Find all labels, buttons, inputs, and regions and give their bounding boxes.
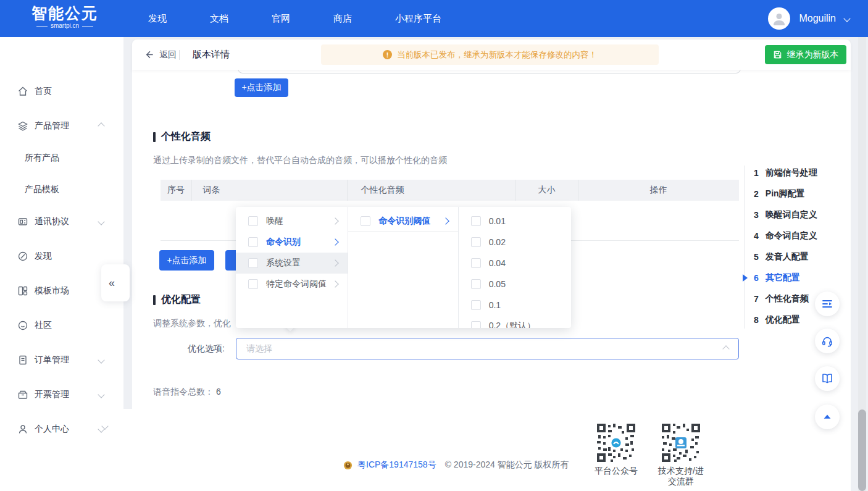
dropdown-item-command-recognition-threshold[interactable]: 命令识别阈值 bbox=[348, 211, 457, 232]
checkbox[interactable] bbox=[248, 258, 258, 268]
catalog-float-button[interactable] bbox=[815, 292, 840, 316]
sidebar-item-community[interactable]: 社区 bbox=[0, 317, 123, 334]
checkbox[interactable] bbox=[248, 237, 258, 247]
sidebar-item-product-templates[interactable]: 产品模板 bbox=[0, 181, 123, 198]
anchor-label: 唤醒词自定义 bbox=[766, 209, 817, 220]
nav-item-docs[interactable]: 文档 bbox=[210, 13, 228, 25]
qr-code-support bbox=[661, 422, 701, 463]
sidebar-item-orders[interactable]: 订单管理 bbox=[0, 351, 123, 369]
dropdown-option-02-default[interactable]: 0.2（默认） bbox=[459, 316, 571, 328]
dropdown-option-005[interactable]: 0.05 bbox=[459, 274, 571, 295]
checkbox[interactable] bbox=[248, 216, 258, 226]
qr-code-platform bbox=[596, 422, 636, 463]
anchor-item-command-custom[interactable]: 4命令词自定义 bbox=[754, 230, 817, 242]
chevron-right-icon bbox=[332, 259, 339, 266]
dropdown-item-wake[interactable]: 唤醒 bbox=[236, 211, 348, 232]
anchor-item-optimize-config[interactable]: 8优化配置 bbox=[754, 314, 800, 326]
dropdown-item-label: 特定命令词阈值 bbox=[266, 279, 327, 290]
scrollbar-thumb[interactable] bbox=[858, 409, 866, 491]
warning-banner: 当前版本已发布，继承为新版本才能保存修改的内容！ bbox=[321, 44, 659, 65]
inherit-new-version-button[interactable]: 继承为新版本 bbox=[765, 45, 846, 64]
anchor-item-pin-config[interactable]: 2Pin脚配置 bbox=[754, 188, 805, 200]
anchor-item-personal-audio[interactable]: 7个性化音频 bbox=[754, 293, 809, 305]
catalog-icon bbox=[821, 298, 833, 310]
sidebar-collapse-button[interactable]: « bbox=[101, 264, 130, 301]
checkbox[interactable] bbox=[471, 300, 481, 310]
person-icon bbox=[771, 10, 787, 27]
add-button-audio[interactable]: +点击添加 bbox=[159, 250, 214, 271]
anchor-num: 7 bbox=[754, 294, 759, 304]
dropdown-option-label: 0.04 bbox=[489, 258, 506, 268]
icp-link[interactable]: 粤ICP备19147158号 bbox=[357, 460, 436, 471]
user-icon bbox=[17, 424, 28, 435]
collapse-icon: « bbox=[109, 277, 115, 290]
dropdown-option-004[interactable]: 0.04 bbox=[459, 253, 571, 274]
arrow-left-icon bbox=[144, 49, 154, 60]
back-label: 返回 bbox=[159, 49, 177, 61]
chevron-down-icon bbox=[98, 218, 104, 225]
logo-title: 智能公元 bbox=[25, 4, 105, 22]
nav-item-discover[interactable]: 发现 bbox=[148, 13, 167, 25]
icp-row: 粤ICP备19147158号 © 2019-2024 智能公元 版权所有 bbox=[343, 460, 569, 471]
checkbox[interactable] bbox=[361, 216, 370, 226]
anchor-num: 3 bbox=[754, 210, 759, 220]
sidebar-item-discover[interactable]: 发现 bbox=[0, 248, 123, 265]
inherit-button-label: 继承为新版本 bbox=[787, 49, 839, 61]
checkbox[interactable] bbox=[471, 258, 481, 268]
column-header-index: 序号 bbox=[161, 180, 191, 201]
optimize-select[interactable]: 请选择 bbox=[236, 338, 739, 359]
dropdown-level1: 唤醒 命令识别 系统设置 特定命令词阈值 bbox=[236, 207, 348, 328]
sidebar-item-invoicing[interactable]: 开票管理 bbox=[0, 386, 123, 403]
back-button[interactable]: 返回 bbox=[144, 40, 177, 70]
chevron-right-icon bbox=[332, 217, 339, 224]
nav-item-miniprogram[interactable]: 小程序平台 bbox=[395, 13, 441, 25]
chevron-up-icon bbox=[722, 345, 729, 352]
dropdown-item-command-recognition[interactable]: 命令识别 bbox=[236, 232, 348, 253]
dropdown-item-label: 唤醒 bbox=[266, 216, 283, 227]
nav-item-official-site[interactable]: 官网 bbox=[272, 13, 290, 25]
cascader-dropdown: 唤醒 命令识别 系统设置 特定命令词阈值 命令识别阈值 0.01 bbox=[236, 207, 571, 328]
sidebar-item-home[interactable]: 首页 bbox=[0, 83, 123, 100]
chevron-right-icon bbox=[332, 280, 339, 287]
box-icon bbox=[17, 389, 28, 400]
template-market-icon bbox=[17, 285, 28, 296]
add-button-top[interactable]: +点击添加 bbox=[235, 78, 288, 97]
sidebar-item-label: 开票管理 bbox=[35, 389, 69, 400]
support-float-button[interactable] bbox=[815, 329, 840, 353]
checkbox[interactable] bbox=[471, 279, 481, 289]
sidebar-item-label: 模板市场 bbox=[35, 285, 69, 296]
dropdown-option-label: 0.1 bbox=[489, 300, 501, 310]
logo[interactable]: 智能公元 smartpi.cn bbox=[25, 4, 105, 30]
back-to-top-button[interactable] bbox=[815, 405, 840, 429]
sidebar-item-protocol[interactable]: 通讯协议 bbox=[0, 213, 123, 230]
sidebar-item-label: 社区 bbox=[35, 320, 52, 331]
dropdown-option-001[interactable]: 0.01 bbox=[459, 211, 571, 232]
anchor-item-speaker-config[interactable]: 5发音人配置 bbox=[754, 251, 809, 263]
divider bbox=[179, 50, 180, 60]
dropdown-item-system-settings[interactable]: 系统设置 bbox=[236, 253, 348, 274]
checkbox[interactable] bbox=[471, 216, 481, 226]
anchor-item-wakeword-custom[interactable]: 3唤醒词自定义 bbox=[754, 209, 817, 221]
checkbox[interactable] bbox=[248, 279, 258, 289]
dropdown-option-01[interactable]: 0.1 bbox=[459, 295, 571, 316]
sidebar-item-product-management[interactable]: 产品管理 bbox=[0, 117, 123, 135]
anchor-item-frontend-signal[interactable]: 1前端信号处理 bbox=[754, 167, 817, 179]
dropdown-item-specific-command-threshold[interactable]: 特定命令词阈值 bbox=[236, 274, 348, 295]
sidebar-item-all-products[interactable]: 所有产品 bbox=[0, 149, 123, 167]
sidebar-item-label: 发现 bbox=[35, 251, 52, 262]
total-value: 6 bbox=[216, 387, 221, 397]
page-title: 版本详情 bbox=[193, 40, 230, 70]
compass-icon bbox=[17, 251, 28, 262]
checkbox[interactable] bbox=[471, 321, 481, 328]
sidebar-item-label: 产品管理 bbox=[35, 120, 69, 132]
checkbox[interactable] bbox=[471, 237, 481, 247]
dropdown-option-002[interactable]: 0.02 bbox=[459, 232, 571, 253]
docs-float-button[interactable] bbox=[815, 366, 840, 391]
smiley-icon bbox=[17, 320, 28, 331]
anchor-num: 8 bbox=[754, 315, 759, 325]
optimize-section-title-text: 优化配置 bbox=[161, 293, 201, 306]
nav-item-store[interactable]: 商店 bbox=[333, 13, 352, 25]
user-menu[interactable]: Moguilin bbox=[768, 0, 849, 37]
anchor-item-other-config[interactable]: 6其它配置 bbox=[754, 272, 800, 284]
dropdown-item-label: 命令识别阈值 bbox=[378, 216, 430, 227]
